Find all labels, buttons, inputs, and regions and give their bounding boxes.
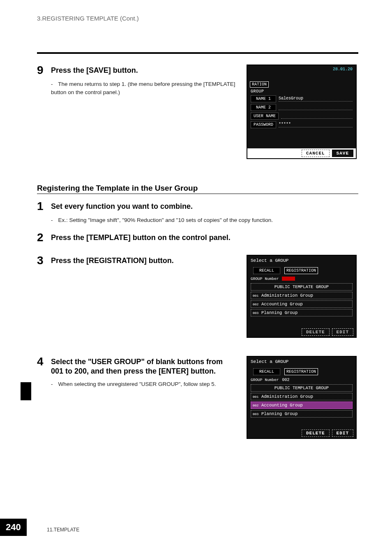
edit-button[interactable]: EDIT bbox=[332, 429, 353, 437]
step1-body: - Ex.: Setting "Image shift", "90% Reduc… bbox=[51, 216, 358, 224]
divider-thin bbox=[37, 194, 358, 194]
step3-title: Press the [REGISTRATION] button. bbox=[51, 256, 174, 265]
groupnum-field[interactable] bbox=[282, 277, 295, 281]
screen2-heading: Select a GROUP bbox=[247, 256, 356, 265]
screen-date: 28.01.20 bbox=[333, 67, 353, 72]
name2-button[interactable]: NAME 2 bbox=[251, 104, 276, 111]
screen-group-select-2: Select a GROUP RECALL REGISTRATION GROUP… bbox=[247, 356, 357, 439]
list-row-002-selected[interactable]: 002Accounting Group bbox=[251, 402, 353, 409]
step9-number: 9 bbox=[37, 65, 46, 76]
save-button[interactable]: SAVE bbox=[332, 150, 353, 157]
list-row-002[interactable]: 002Accounting Group bbox=[251, 300, 353, 308]
registration-tab-3[interactable]: REGISTRATION bbox=[284, 368, 318, 375]
delete-button[interactable]: DELETE bbox=[302, 429, 330, 437]
step4-body: - When selecting the unregistered "USER … bbox=[51, 380, 237, 388]
step4-title: Select the "USER GROUP" of blank buttons… bbox=[51, 357, 237, 376]
list-row-public[interactable]: PUBLIC TEMPLATE GROUP bbox=[251, 283, 353, 291]
username-button[interactable]: USER NAME bbox=[251, 113, 279, 120]
screen-group-select-1: Select a GROUP RECALL REGISTRATION GROUP… bbox=[247, 255, 357, 338]
password-value: ***** bbox=[279, 122, 353, 127]
name1-button[interactable]: NAME 1 bbox=[251, 95, 276, 102]
list-row-001-2[interactable]: 001Administration Group bbox=[251, 393, 353, 400]
step1-title: Set every function you want to combine. bbox=[51, 202, 193, 211]
screen3-heading: Select a GROUP bbox=[247, 357, 356, 366]
step9-title: Press the [SAVE] button. bbox=[51, 66, 138, 75]
list-row-003-2[interactable]: 003Planning Group bbox=[251, 410, 353, 418]
groupnum-label: GROUP Number bbox=[251, 277, 279, 281]
divider-thick bbox=[37, 52, 358, 54]
step3-number: 3 bbox=[37, 255, 46, 266]
step2-number: 2 bbox=[37, 232, 46, 243]
side-tab bbox=[21, 382, 31, 400]
section-title: Registering the Template in the User Gro… bbox=[37, 184, 358, 193]
list-row-public-2[interactable]: PUBLIC TEMPLATE GROUP bbox=[251, 384, 353, 392]
step2-title: Press the [TEMPLATE] button on the contr… bbox=[51, 233, 231, 242]
username-value bbox=[281, 113, 353, 119]
group-label: GROUP bbox=[247, 89, 356, 95]
step9-body: - The menu returns to step 1. (the menu … bbox=[51, 80, 237, 96]
edit-button-disabled: EDIT bbox=[332, 328, 353, 336]
step4-number: 4 bbox=[37, 356, 46, 367]
name1-value: SalesGroup bbox=[279, 96, 353, 102]
screen-save-dialog: 28.01.20 RATION GROUP NAME 1 SalesGroup … bbox=[247, 65, 357, 159]
list-row-003[interactable]: 003Planning Group bbox=[251, 309, 353, 316]
page-number: 240 bbox=[0, 519, 27, 536]
password-button[interactable]: PASSWORD bbox=[251, 121, 276, 128]
recall-tab[interactable]: RECALL bbox=[253, 267, 280, 274]
footer-chapter: 11.TEMPLATE bbox=[47, 527, 79, 533]
list-row-001[interactable]: 001Administration Group bbox=[251, 292, 353, 299]
groupnum-value[interactable]: 002 bbox=[282, 378, 289, 382]
delete-button-disabled: DELETE bbox=[302, 328, 330, 336]
recall-tab-2[interactable]: RECALL bbox=[253, 368, 280, 375]
name2-value bbox=[279, 105, 353, 110]
step1-number: 1 bbox=[37, 201, 46, 212]
registration-tab[interactable]: RATION bbox=[250, 81, 269, 88]
registration-tab-2[interactable]: REGISTRATION bbox=[284, 267, 318, 274]
running-header: 3.REGISTERING TEMPLATE (Cont.) bbox=[37, 15, 358, 22]
groupnum-label-2: GROUP Number bbox=[251, 378, 279, 382]
cancel-button[interactable]: CANCEL bbox=[302, 150, 330, 157]
